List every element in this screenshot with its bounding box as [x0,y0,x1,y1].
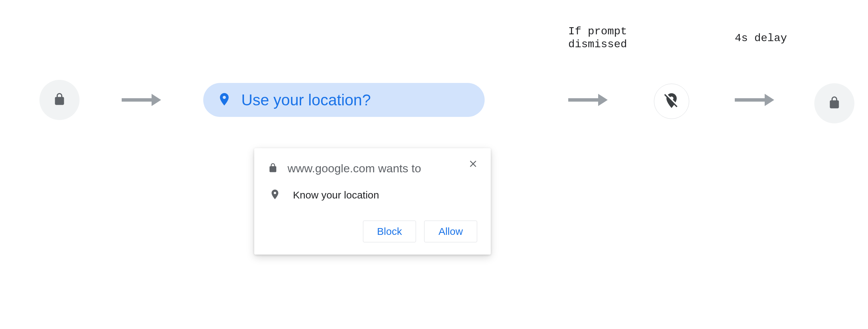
dialog-title: www.google.com wants to [288,162,421,175]
arrow-2 [568,97,608,103]
lock-icon [828,96,841,111]
permission-dialog: www.google.com wants to Know your locati… [254,148,491,255]
secure-indicator-end [814,83,854,123]
lock-icon [53,92,66,107]
location-off-icon [663,92,680,111]
secure-indicator-start [39,80,80,120]
chip-label: Use your location? [241,91,371,109]
dialog-header: www.google.com wants to [268,162,477,175]
location-blocked-indicator[interactable] [654,84,689,119]
dialog-buttons: Block Allow [268,221,477,242]
close-icon[interactable] [468,158,479,171]
lock-icon [268,163,278,174]
location-pin-icon [269,189,281,202]
diagram-container: If prompt dismissed 4s delay Use your lo… [0,0,868,329]
annotation-dismissed: If prompt dismissed [568,25,627,51]
block-button[interactable]: Block [363,221,416,242]
annotation-delay: 4s delay [735,32,787,45]
location-chip[interactable]: Use your location? [203,83,485,117]
allow-button[interactable]: Allow [424,221,477,242]
location-pin-icon [217,92,232,108]
arrow-3 [735,97,774,103]
arrow-1 [122,97,161,103]
permission-row: Know your location [268,189,477,202]
permission-label: Know your location [293,189,379,201]
